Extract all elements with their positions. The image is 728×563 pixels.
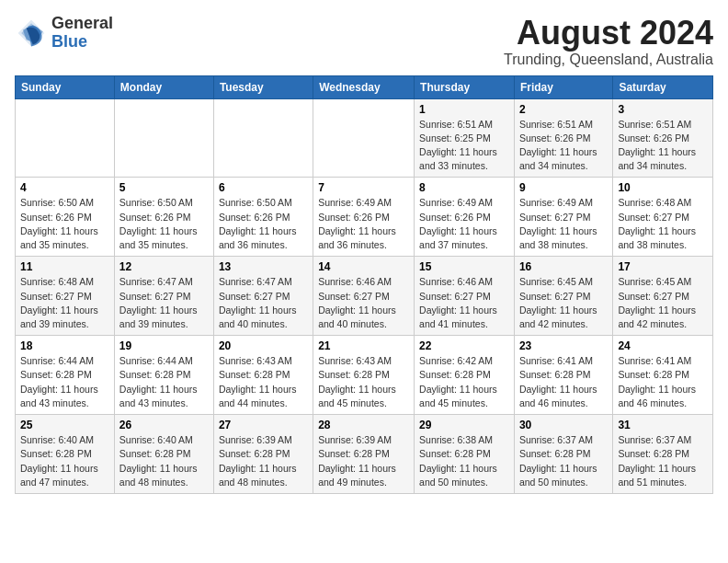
calendar-cell: 8Sunrise: 6:49 AM Sunset: 6:26 PM Daylig…	[415, 178, 515, 257]
day-number: 23	[519, 339, 608, 352]
day-number: 27	[219, 419, 308, 431]
day-info: Sunrise: 6:43 AM Sunset: 6:28 PM Dayligh…	[318, 354, 409, 410]
day-info: Sunrise: 6:39 AM Sunset: 6:28 PM Dayligh…	[219, 433, 308, 489]
calendar-week-row: 1Sunrise: 6:51 AM Sunset: 6:25 PM Daylig…	[16, 98, 713, 178]
calendar-cell: 13Sunrise: 6:47 AM Sunset: 6:27 PM Dayli…	[213, 257, 313, 336]
day-info: Sunrise: 6:37 AM Sunset: 6:28 PM Dayligh…	[618, 433, 708, 489]
logo-icon	[15, 17, 48, 50]
day-number: 13	[219, 260, 308, 273]
weekday-header-sunday: Sunday	[16, 75, 115, 98]
day-number: 8	[419, 181, 509, 194]
calendar-week-row: 4Sunrise: 6:50 AM Sunset: 6:26 PM Daylig…	[16, 178, 713, 257]
calendar-cell: 5Sunrise: 6:50 AM Sunset: 6:26 PM Daylig…	[114, 178, 213, 257]
calendar-cell	[313, 98, 415, 178]
day-number: 22	[419, 339, 509, 352]
day-info: Sunrise: 6:46 AM Sunset: 6:27 PM Dayligh…	[318, 275, 409, 331]
calendar-cell: 1Sunrise: 6:51 AM Sunset: 6:25 PM Daylig…	[415, 98, 515, 178]
logo-blue: Blue	[51, 32, 87, 51]
day-number: 5	[119, 181, 209, 194]
weekday-header-saturday: Saturday	[613, 75, 713, 98]
calendar-cell: 3Sunrise: 6:51 AM Sunset: 6:26 PM Daylig…	[613, 98, 713, 178]
day-number: 21	[318, 339, 409, 352]
day-number: 12	[119, 260, 209, 273]
month-title: August 2024	[504, 15, 713, 52]
day-info: Sunrise: 6:41 AM Sunset: 6:28 PM Dayligh…	[519, 354, 608, 410]
day-info: Sunrise: 6:40 AM Sunset: 6:28 PM Dayligh…	[119, 433, 209, 489]
day-number: 10	[618, 181, 708, 194]
calendar-cell: 27Sunrise: 6:39 AM Sunset: 6:28 PM Dayli…	[213, 415, 313, 494]
day-info: Sunrise: 6:51 AM Sunset: 6:26 PM Dayligh…	[618, 118, 708, 174]
calendar-cell: 14Sunrise: 6:46 AM Sunset: 6:27 PM Dayli…	[313, 257, 415, 336]
calendar-cell: 17Sunrise: 6:45 AM Sunset: 6:27 PM Dayli…	[613, 257, 713, 336]
calendar-cell: 28Sunrise: 6:39 AM Sunset: 6:28 PM Dayli…	[313, 415, 415, 494]
day-info: Sunrise: 6:47 AM Sunset: 6:27 PM Dayligh…	[119, 275, 209, 331]
day-info: Sunrise: 6:50 AM Sunset: 6:26 PM Dayligh…	[119, 196, 209, 252]
day-info: Sunrise: 6:37 AM Sunset: 6:28 PM Dayligh…	[519, 433, 608, 489]
day-info: Sunrise: 6:45 AM Sunset: 6:27 PM Dayligh…	[618, 275, 708, 331]
location-title: Trunding, Queensland, Australia	[504, 52, 713, 68]
day-number: 25	[20, 419, 109, 431]
title-block: August 2024 Trunding, Queensland, Austra…	[504, 15, 713, 68]
day-info: Sunrise: 6:47 AM Sunset: 6:27 PM Dayligh…	[219, 275, 308, 331]
calendar-cell	[114, 98, 213, 178]
day-info: Sunrise: 6:42 AM Sunset: 6:28 PM Dayligh…	[419, 354, 509, 410]
day-number: 20	[219, 339, 308, 352]
weekday-header-tuesday: Tuesday	[213, 75, 313, 98]
calendar-cell: 21Sunrise: 6:43 AM Sunset: 6:28 PM Dayli…	[313, 336, 415, 415]
calendar-cell: 29Sunrise: 6:38 AM Sunset: 6:28 PM Dayli…	[415, 415, 515, 494]
day-number: 28	[318, 419, 409, 431]
calendar-cell: 20Sunrise: 6:43 AM Sunset: 6:28 PM Dayli…	[213, 336, 313, 415]
calendar-cell: 23Sunrise: 6:41 AM Sunset: 6:28 PM Dayli…	[514, 336, 612, 415]
calendar-cell: 31Sunrise: 6:37 AM Sunset: 6:28 PM Dayli…	[613, 415, 713, 494]
calendar-cell: 18Sunrise: 6:44 AM Sunset: 6:28 PM Dayli…	[16, 336, 115, 415]
logo-general: General	[51, 14, 113, 32]
calendar-cell: 6Sunrise: 6:50 AM Sunset: 6:26 PM Daylig…	[213, 178, 313, 257]
logo: General Blue	[15, 15, 113, 52]
day-info: Sunrise: 6:45 AM Sunset: 6:27 PM Dayligh…	[519, 275, 608, 331]
day-number: 7	[318, 181, 409, 194]
day-number: 6	[219, 181, 308, 194]
calendar-cell: 2Sunrise: 6:51 AM Sunset: 6:26 PM Daylig…	[514, 98, 612, 178]
day-info: Sunrise: 6:50 AM Sunset: 6:26 PM Dayligh…	[20, 196, 109, 252]
calendar-cell: 12Sunrise: 6:47 AM Sunset: 6:27 PM Dayli…	[114, 257, 213, 336]
day-info: Sunrise: 6:40 AM Sunset: 6:28 PM Dayligh…	[20, 433, 109, 489]
day-number: 30	[519, 419, 608, 431]
day-number: 18	[20, 339, 109, 352]
calendar-cell: 10Sunrise: 6:48 AM Sunset: 6:27 PM Dayli…	[613, 178, 713, 257]
page-header: General Blue August 2024 Trunding, Queen…	[15, 15, 713, 68]
day-number: 4	[20, 181, 109, 194]
day-number: 11	[20, 260, 109, 273]
weekday-header-monday: Monday	[114, 75, 213, 98]
day-info: Sunrise: 6:48 AM Sunset: 6:27 PM Dayligh…	[20, 275, 109, 331]
calendar-cell	[16, 98, 115, 178]
day-info: Sunrise: 6:50 AM Sunset: 6:26 PM Dayligh…	[219, 196, 308, 252]
day-number: 19	[119, 339, 209, 352]
day-number: 29	[419, 419, 509, 431]
day-info: Sunrise: 6:38 AM Sunset: 6:28 PM Dayligh…	[419, 433, 509, 489]
day-number: 1	[419, 103, 509, 116]
weekday-header-wednesday: Wednesday	[313, 75, 415, 98]
calendar-cell: 25Sunrise: 6:40 AM Sunset: 6:28 PM Dayli…	[16, 415, 115, 494]
calendar-cell: 11Sunrise: 6:48 AM Sunset: 6:27 PM Dayli…	[16, 257, 115, 336]
calendar-cell: 9Sunrise: 6:49 AM Sunset: 6:27 PM Daylig…	[514, 178, 612, 257]
day-info: Sunrise: 6:51 AM Sunset: 6:26 PM Dayligh…	[519, 118, 608, 174]
day-number: 9	[519, 181, 608, 194]
calendar-week-row: 11Sunrise: 6:48 AM Sunset: 6:27 PM Dayli…	[16, 257, 713, 336]
calendar-cell: 24Sunrise: 6:41 AM Sunset: 6:28 PM Dayli…	[613, 336, 713, 415]
weekday-header-thursday: Thursday	[415, 75, 515, 98]
calendar-cell: 26Sunrise: 6:40 AM Sunset: 6:28 PM Dayli…	[114, 415, 213, 494]
calendar-week-row: 25Sunrise: 6:40 AM Sunset: 6:28 PM Dayli…	[16, 415, 713, 494]
calendar-cell: 7Sunrise: 6:49 AM Sunset: 6:26 PM Daylig…	[313, 178, 415, 257]
calendar-table: SundayMondayTuesdayWednesdayThursdayFrid…	[15, 75, 713, 494]
day-info: Sunrise: 6:49 AM Sunset: 6:27 PM Dayligh…	[519, 196, 608, 252]
calendar-cell: 30Sunrise: 6:37 AM Sunset: 6:28 PM Dayli…	[514, 415, 612, 494]
day-number: 2	[519, 103, 608, 116]
calendar-week-row: 18Sunrise: 6:44 AM Sunset: 6:28 PM Dayli…	[16, 336, 713, 415]
day-number: 15	[419, 260, 509, 273]
calendar-cell: 16Sunrise: 6:45 AM Sunset: 6:27 PM Dayli…	[514, 257, 612, 336]
day-info: Sunrise: 6:39 AM Sunset: 6:28 PM Dayligh…	[318, 433, 409, 489]
day-number: 24	[618, 339, 708, 352]
logo-text-block: General Blue	[51, 15, 113, 52]
day-number: 26	[119, 419, 209, 431]
day-info: Sunrise: 6:46 AM Sunset: 6:27 PM Dayligh…	[419, 275, 509, 331]
